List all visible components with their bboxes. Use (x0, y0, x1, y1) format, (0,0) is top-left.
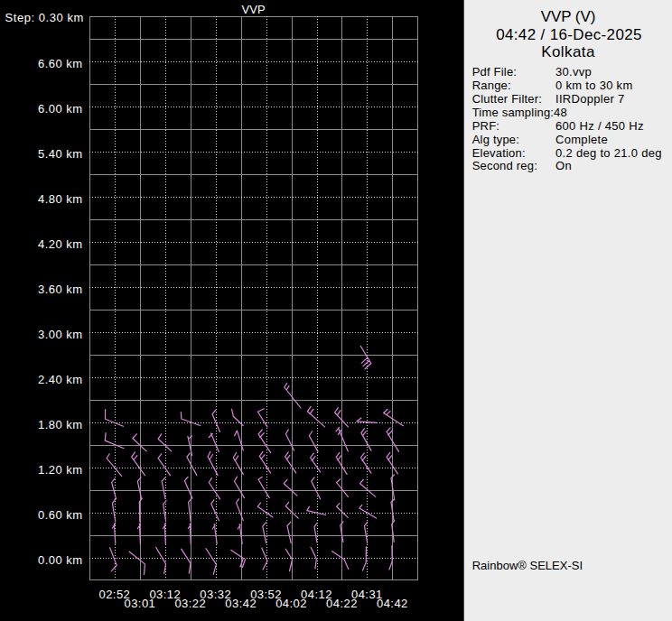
svg-text:1.20 km: 1.20 km (38, 463, 82, 477)
svg-text:Elevation:: Elevation: (472, 146, 526, 160)
svg-text:Step: 0.30 km: Step: 0.30 km (5, 11, 84, 24)
svg-text:Pdf File:: Pdf File: (472, 65, 517, 79)
svg-text:Kolkata: Kolkata (541, 43, 595, 60)
svg-text:3.60 km: 3.60 km (38, 283, 82, 296)
svg-text:VVP: VVP (242, 3, 266, 16)
svg-text:03:01: 03:01 (125, 597, 156, 610)
svg-text:2.40 km: 2.40 km (38, 373, 82, 386)
svg-text:4.80 km: 4.80 km (38, 192, 82, 206)
svg-text:0.00 km: 0.00 km (38, 553, 82, 567)
svg-text:600 Hz / 450 Hz: 600 Hz / 450 Hz (555, 119, 644, 133)
svg-text:Alg type:: Alg type: (472, 133, 519, 146)
svg-text:IIRDoppler 7: IIRDoppler 7 (555, 92, 625, 106)
svg-text:1.80 km: 1.80 km (38, 418, 82, 431)
svg-text:30.vvp: 30.vvp (555, 65, 592, 79)
svg-text:04:42: 04:42 (377, 597, 408, 610)
svg-text:VVP (V): VVP (V) (541, 8, 595, 25)
svg-text:Complete: Complete (555, 133, 608, 146)
svg-text:03:22: 03:22 (174, 597, 206, 610)
svg-text:Clutter Filter:: Clutter Filter: (472, 92, 542, 106)
svg-text:Second reg:: Second reg: (472, 159, 537, 172)
svg-text:Time sampling:: Time sampling: (472, 106, 554, 119)
svg-text:On: On (555, 159, 572, 172)
svg-text:04:22: 04:22 (326, 597, 358, 610)
svg-text:0 km to 30 km: 0 km to 30 km (555, 79, 633, 92)
svg-text:Range:: Range: (472, 79, 511, 92)
svg-text:04:02: 04:02 (275, 597, 307, 610)
svg-text:04:42 / 16-Dec-2025: 04:42 / 16-Dec-2025 (496, 26, 642, 43)
svg-text:5.40 km: 5.40 km (38, 147, 82, 161)
svg-text:3.00 km: 3.00 km (38, 328, 82, 341)
svg-text:PRF:: PRF: (472, 119, 499, 133)
svg-text:48: 48 (554, 106, 567, 119)
svg-text:6.00 km: 6.00 km (38, 102, 82, 116)
svg-text:03:42: 03:42 (225, 597, 257, 610)
svg-text:0.2 deg to 21.0 deg: 0.2 deg to 21.0 deg (555, 146, 662, 160)
svg-text:4.20 km: 4.20 km (38, 237, 82, 251)
svg-text:6.60 km: 6.60 km (38, 57, 82, 70)
svg-text:0.60 km: 0.60 km (38, 508, 82, 522)
svg-text:Rainbow® SELEX-SI: Rainbow® SELEX-SI (472, 559, 583, 572)
